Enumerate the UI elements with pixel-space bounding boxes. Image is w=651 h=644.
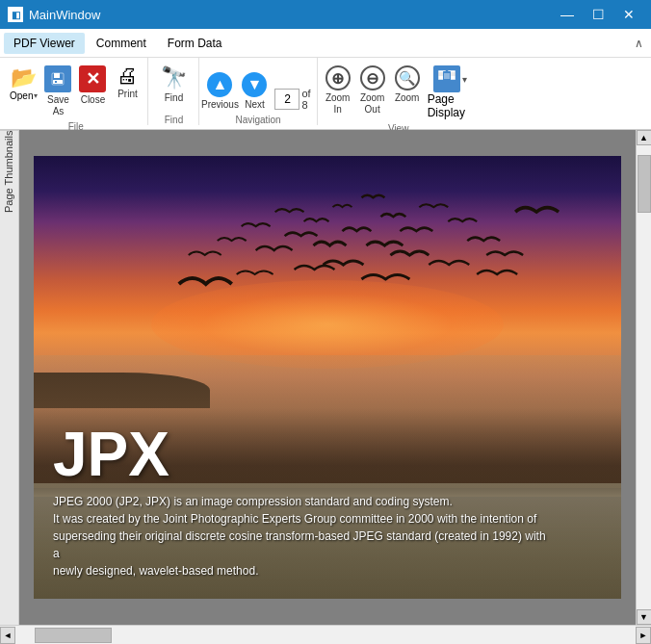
next-icon: ▼ xyxy=(242,72,267,97)
print-icon: 🖨 xyxy=(117,65,138,87)
h-scrollbar-track xyxy=(15,626,636,644)
page-number-input[interactable] xyxy=(274,89,299,110)
app-icon: ◧ xyxy=(8,7,23,22)
toolbar-group-navigation: ▲ Previous ▼ Next of8 Navigation xyxy=(199,58,317,125)
save-as-icon xyxy=(44,65,71,92)
nav-group-items: ▲ Previous ▼ Next of8 xyxy=(203,62,312,113)
minimize-button[interactable]: — xyxy=(553,0,582,29)
page-display-arrow-icon: ▾ xyxy=(462,74,467,85)
collapse-ribbon-button[interactable]: ∧ xyxy=(630,35,647,52)
open-label: Open xyxy=(10,90,33,101)
zoom-in-icon: ⊕ xyxy=(326,65,351,90)
sidebar-tabs: Page Thumbnails Bookmarks Attachments Co… xyxy=(0,130,19,625)
open-button[interactable]: 📂 xyxy=(9,62,39,90)
print-button[interactable]: 🖨 Print xyxy=(111,62,143,102)
sidebar-tab-page-thumbnails[interactable]: Page Thumbnails xyxy=(0,130,18,212)
zoom-out-button[interactable]: ⊖ Zoom Out xyxy=(356,62,389,117)
title-bar-left: ◧ MainWindow xyxy=(8,7,100,22)
birds-svg xyxy=(64,178,592,399)
scroll-left-button[interactable]: ◄ xyxy=(0,627,15,644)
page-number-block: of8 xyxy=(273,84,312,113)
find-group-items: 🔭 Find xyxy=(152,62,195,113)
save-as-button[interactable]: Save As xyxy=(41,62,74,119)
previous-icon: ▲ xyxy=(207,72,232,97)
zoom-in-label: Zoom In xyxy=(324,92,352,116)
toolbar: 📂 Open ▾ Save As xyxy=(0,58,651,130)
find-button[interactable]: 🔭 Find xyxy=(152,62,195,106)
h-scrollbar-thumb[interactable] xyxy=(35,628,112,643)
previous-label: Previous xyxy=(201,99,239,111)
scroll-right-button[interactable]: ► xyxy=(636,627,651,644)
svg-rect-1 xyxy=(54,73,60,78)
toolbar-group-find: 🔭 Find Find xyxy=(148,58,199,125)
scroll-down-button[interactable]: ▼ xyxy=(637,609,652,625)
menu-item-comment[interactable]: Comment xyxy=(87,33,156,54)
page-display-icon xyxy=(433,65,460,92)
close-file-button[interactable]: ✕ Close xyxy=(76,62,109,108)
nav-group-label: Navigation xyxy=(235,115,280,125)
scroll-up-button[interactable]: ▲ xyxy=(637,130,652,145)
zoom-button[interactable]: 🔍 Zoom xyxy=(391,62,424,106)
save-as-label: Save As xyxy=(43,94,72,117)
page-number-row: of8 xyxy=(274,88,310,111)
scrollbar-thumb[interactable] xyxy=(638,155,651,213)
title-bar: ◧ MainWindow — ☐ ✕ xyxy=(0,0,651,29)
pdf-area: JPX JPEG 2000 (JP2, JPX) is an image com… xyxy=(19,130,636,625)
right-scrollbar: ▲ ▼ xyxy=(636,130,651,625)
next-label: Next xyxy=(245,99,265,111)
of-pages-label: of8 xyxy=(301,88,310,111)
maximize-button[interactable]: ☐ xyxy=(584,0,612,29)
page-display-top: ▾ xyxy=(433,65,467,92)
open-icon: 📂 xyxy=(11,65,37,90)
find-label: Find xyxy=(165,92,183,104)
close-file-icon: ✕ xyxy=(79,65,106,92)
menu-items: PDF Viewer Comment Form Data xyxy=(4,33,232,54)
zoom-out-icon: ⊖ xyxy=(360,65,385,90)
zoom-label: Zoom xyxy=(395,92,420,104)
find-icon: 🔭 xyxy=(161,65,187,90)
menu-bar: PDF Viewer Comment Form Data ∧ xyxy=(0,29,651,58)
page-display-label: Page Display xyxy=(428,92,474,119)
page-display-button[interactable]: ▾ Page Display xyxy=(426,62,476,121)
previous-button[interactable]: ▲ Previous xyxy=(203,68,236,113)
window-title: MainWindow xyxy=(29,8,100,22)
pdf-description: JPEG 2000 (JP2, JPX) is an image compres… xyxy=(53,493,554,580)
menu-item-pdf-viewer[interactable]: PDF Viewer xyxy=(4,33,85,54)
window-controls: — ☐ ✕ xyxy=(553,0,643,29)
open-arrow-icon: ▾ xyxy=(34,91,38,100)
bottom-scrollbar: ◄ ► xyxy=(0,625,651,644)
toolbar-group-view: ⊕ Zoom In ⊖ Zoom Out 🔍 Zoom xyxy=(318,58,480,125)
scrollbar-track xyxy=(637,145,651,609)
zoom-in-button[interactable]: ⊕ Zoom In xyxy=(322,62,354,117)
find-group-label: Find xyxy=(165,115,183,125)
close-file-label: Close xyxy=(81,94,106,106)
zoom-out-label: Zoom Out xyxy=(358,92,387,116)
open-dropdown[interactable]: Open ▾ xyxy=(8,90,39,103)
menu-item-form-data[interactable]: Form Data xyxy=(158,33,232,54)
toolbar-group-file: 📂 Open ▾ Save As xyxy=(4,58,148,125)
close-button[interactable]: ✕ xyxy=(614,0,643,29)
svg-rect-2 xyxy=(53,80,63,84)
svg-rect-3 xyxy=(55,81,57,83)
main-area: Page Thumbnails Bookmarks Attachments Co… xyxy=(0,130,651,625)
pdf-text-overlay: JPX JPEG 2000 (JP2, JPX) is an image com… xyxy=(34,408,621,599)
view-group-items: ⊕ Zoom In ⊖ Zoom Out 🔍 Zoom xyxy=(322,62,476,121)
zoom-icon: 🔍 xyxy=(395,65,420,90)
pdf-page: JPX JPEG 2000 (JP2, JPX) is an image com… xyxy=(34,156,621,599)
file-group-items: 📂 Open ▾ Save As xyxy=(8,62,143,119)
pdf-main-title: JPX xyxy=(53,424,602,485)
print-label: Print xyxy=(117,89,138,100)
open-split-button: 📂 Open ▾ xyxy=(8,62,39,103)
next-button[interactable]: ▼ Next xyxy=(238,68,271,113)
